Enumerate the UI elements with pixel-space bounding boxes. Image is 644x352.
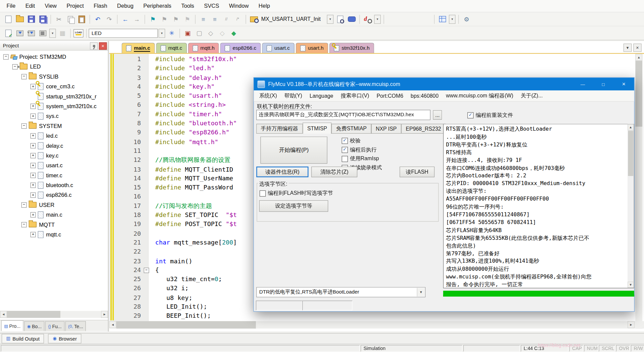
next-bookmark-button[interactable]: ⚑ (170, 14, 181, 25)
minimize-button[interactable]: — (573, 78, 593, 90)
hex-file-input[interactable]: 连接腾讯物联网平台_完成数据交互(MQTT)\OBJECT\STM32MD.he… (256, 110, 430, 120)
editor-tab-mqtt-h[interactable]: mqtt.h (188, 43, 219, 53)
flymcu-menu-item-0[interactable]: 系统(X) (256, 92, 281, 99)
debug-dropdown-button[interactable]: ▼ (374, 14, 381, 24)
tree-item-main-c[interactable]: +main.c (0, 210, 108, 219)
tree-item-startup-stm32f10x-r[interactable]: −startup_stm32f10x_r (0, 91, 108, 101)
download-load-button[interactable]: LOAD (73, 28, 84, 39)
tree-item-key-c[interactable]: +key.c (0, 150, 108, 160)
window-layout-dropdown-button[interactable]: ▼ (449, 14, 455, 24)
menu-item-project[interactable]: Project (62, 0, 89, 12)
program-option-checkbox-0[interactable]: ✓校验 (342, 137, 382, 144)
expander-plus-icon[interactable]: + (31, 212, 36, 217)
browse-button[interactable]: ... (433, 110, 442, 120)
enable-breakpoint-button[interactable] (398, 14, 409, 25)
debug-session-button[interactable]: d (362, 14, 373, 25)
find-in-document-button[interactable] (335, 14, 345, 25)
flymcu-tab-stmisp[interactable]: STMISP (303, 123, 331, 134)
log-vscrollbar[interactable]: ▲▼ (628, 124, 634, 288)
tree-item-esp8266-c[interactable]: +esp8266.c (0, 190, 108, 200)
tree-item-core-cm3-c[interactable]: +core_cm3.c (0, 81, 108, 91)
expander-plus-icon[interactable]: + (31, 153, 36, 158)
translate-button[interactable] (3, 28, 14, 39)
rebuild-all-button[interactable] (26, 28, 37, 39)
menu-item-peripherals[interactable]: Peripherals (139, 0, 176, 12)
flymcu-tab--[interactable]: 手持万用编程器 (256, 124, 303, 134)
find-in-files-button[interactable] (249, 14, 259, 25)
paste-button[interactable] (76, 14, 87, 25)
editor-tab-usart-c[interactable]: usart.c (262, 43, 294, 53)
expander-minus-icon[interactable]: − (21, 74, 27, 79)
editor-tab-usart-h[interactable]: usart.h (296, 43, 328, 53)
tree-item-mqtt[interactable]: −MQTT (0, 220, 108, 229)
kill-all-breakpoints-button[interactable] (410, 14, 420, 25)
tree-item-timer-c[interactable]: +timer.c (0, 170, 108, 180)
copy-button[interactable] (65, 14, 75, 25)
function-dropdown-button[interactable]: ▼ (327, 14, 334, 24)
insert-breakpoint-button[interactable] (386, 14, 397, 25)
tree-item-delay-c[interactable]: +delay.c (0, 141, 108, 150)
editor-vscrollbar[interactable]: ▲▼ (635, 54, 642, 328)
tree-item-system-stm32f10x-c[interactable]: +system_stm32f10x.c (0, 101, 108, 111)
close-panel-button[interactable]: ✕ (99, 42, 107, 50)
tree-item-user[interactable]: −USER (0, 200, 108, 210)
build-dropdown-button[interactable]: ▼ (49, 29, 56, 38)
navigate-back-button[interactable]: ← (120, 14, 131, 25)
scroll-left-arrow[interactable]: ◄ (109, 321, 116, 328)
active-function-combobox[interactable]: MX_USART1_UART_Init (260, 16, 326, 22)
panel-tab-books[interactable]: ◉Bo... (24, 321, 44, 331)
tree-item-led[interactable]: −✳LED (0, 62, 108, 72)
save-all-button[interactable] (37, 14, 48, 25)
flymcu-menu-item-3[interactable]: 搜索串口(V) (337, 92, 373, 99)
expander-plus-icon[interactable]: + (31, 143, 36, 148)
indent-button[interactable]: ≡ (209, 14, 220, 25)
read-device-info-button[interactable]: 读器件信息(R) (256, 167, 309, 177)
manage-runtime-environment-button[interactable]: ◆ (228, 28, 239, 39)
editor-hscrollbar[interactable]: ◄► (109, 321, 635, 328)
target-dropdown-button[interactable]: ▼ (159, 29, 165, 38)
scroll-thumb[interactable] (7, 311, 60, 318)
expander-minus-icon[interactable]: − (21, 222, 27, 227)
menu-item-edit[interactable]: Edit (20, 0, 40, 12)
panel-tab-templates[interactable]: (0,Te... (65, 321, 86, 331)
expander-plus-icon[interactable]: + (31, 133, 36, 138)
scroll-right-arrow[interactable]: ► (628, 321, 635, 328)
flymcu-tab--stmiap[interactable]: 免费STMIAP (332, 124, 371, 134)
scroll-up-arrow[interactable]: ▲ (635, 54, 642, 61)
flymcu-menu-item-5[interactable]: bps:460800 (407, 93, 442, 99)
project-tree-hscrollbar[interactable]: ◄► (0, 311, 108, 318)
insert-bookmark-button[interactable]: ⚑ (148, 14, 158, 25)
file-extensions-button[interactable]: ▢ (194, 28, 205, 39)
uncomment-selection-button[interactable]: /* (232, 14, 243, 25)
flymcu-menu-item-7[interactable]: 关于(Z)... (517, 92, 546, 99)
tree-item-sys-c[interactable]: +sys.c (0, 111, 108, 121)
comment-selection-button[interactable]: // (221, 14, 232, 25)
stop-build-button[interactable]: ▦ (57, 28, 68, 39)
dtr-mode-combobox[interactable]: DTR的低电平复位,RTS高电平进BootLoader ▼ (256, 287, 425, 298)
expander-plus-icon[interactable]: + (31, 103, 36, 109)
editor-tab-stm32f10x-h[interactable]: stm32f10x.h (329, 43, 374, 53)
unindent-button[interactable]: ≡ (198, 14, 209, 25)
tree-item-usart-c[interactable]: +usart.c (0, 160, 108, 170)
window-layout-button[interactable] (437, 14, 448, 25)
flymcu-menu-item-4[interactable]: Port:COM6 (373, 93, 407, 99)
expander-minus-icon[interactable]: − (3, 54, 9, 59)
menu-item-help[interactable]: Help (254, 0, 275, 12)
flymcu-tab-nxp-isp[interactable]: NXP ISP (371, 124, 401, 134)
tree-item-led-c[interactable]: +led.c (0, 131, 108, 140)
panel-tab-functions[interactable]: {}Fu... (45, 321, 64, 331)
program-option-checkbox-1[interactable]: ✓编程后执行 (342, 146, 382, 153)
fold-collapse-icon[interactable]: − (144, 268, 149, 273)
scroll-thumb[interactable] (628, 131, 633, 176)
target-select-combobox[interactable]: LED (89, 29, 158, 38)
menu-item-window[interactable]: Window (224, 0, 254, 12)
tree-item-bluetooth-c[interactable]: +bluetooth.c (0, 180, 108, 190)
expander-plus-icon[interactable]: + (31, 84, 36, 89)
pin-panel-button[interactable] (90, 42, 98, 50)
flymcu-tab-ep968-rs232[interactable]: EP968_RS232 (401, 124, 445, 134)
scroll-right-arrow[interactable]: ► (101, 311, 108, 318)
menu-item-view[interactable]: View (40, 0, 62, 12)
previous-bookmark-button[interactable]: ⚑ (159, 14, 170, 25)
multi-project-button[interactable]: ◇ (217, 28, 228, 39)
expander-plus-icon[interactable]: + (31, 192, 36, 197)
